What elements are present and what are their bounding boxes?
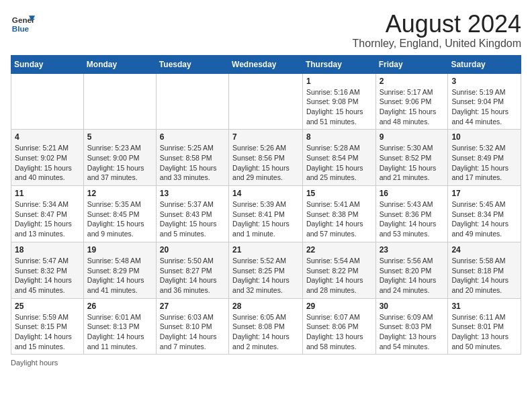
svg-text:Blue: Blue bbox=[12, 24, 30, 33]
calendar-cell: 26Sunrise: 6:01 AM Sunset: 8:13 PM Dayli… bbox=[83, 298, 156, 355]
day-of-week-header: Friday bbox=[375, 55, 448, 73]
day-number: 7 bbox=[232, 132, 299, 142]
calendar-header-row: SundayMondayTuesdayWednesdayThursdayFrid… bbox=[11, 55, 521, 73]
calendar-week-row: 1Sunrise: 5:16 AM Sunset: 9:08 PM Daylig… bbox=[11, 73, 521, 130]
day-info: Sunrise: 6:01 AM Sunset: 8:13 PM Dayligh… bbox=[87, 312, 152, 352]
day-number: 25 bbox=[15, 302, 80, 311]
calendar-table: SundayMondayTuesdayWednesdayThursdayFrid… bbox=[11, 55, 521, 355]
day-number: 28 bbox=[232, 302, 299, 311]
calendar-cell: 8Sunrise: 5:28 AM Sunset: 8:54 PM Daylig… bbox=[302, 130, 375, 186]
calendar-cell bbox=[11, 73, 84, 130]
calendar-cell: 2Sunrise: 5:17 AM Sunset: 9:06 PM Daylig… bbox=[375, 73, 448, 130]
day-info: Sunrise: 5:17 AM Sunset: 9:06 PM Dayligh… bbox=[380, 87, 445, 127]
calendar-cell: 6Sunrise: 5:25 AM Sunset: 8:58 PM Daylig… bbox=[156, 130, 228, 186]
day-info: Sunrise: 5:47 AM Sunset: 8:32 PM Dayligh… bbox=[15, 256, 80, 295]
day-number: 19 bbox=[87, 245, 152, 255]
calendar-cell: 10Sunrise: 5:32 AM Sunset: 8:49 PM Dayli… bbox=[448, 130, 521, 186]
day-info: Sunrise: 5:30 AM Sunset: 8:52 PM Dayligh… bbox=[380, 143, 445, 183]
title-block: August 2024 Thornley, England, United Ki… bbox=[353, 11, 521, 50]
day-info: Sunrise: 5:41 AM Sunset: 8:38 PM Dayligh… bbox=[306, 199, 372, 239]
calendar-cell: 11Sunrise: 5:34 AM Sunset: 8:47 PM Dayli… bbox=[11, 186, 84, 242]
calendar-cell: 28Sunrise: 6:05 AM Sunset: 8:08 PM Dayli… bbox=[229, 298, 303, 355]
day-number: 16 bbox=[380, 189, 445, 198]
day-info: Sunrise: 5:16 AM Sunset: 9:08 PM Dayligh… bbox=[306, 87, 372, 127]
calendar-cell: 31Sunrise: 6:11 AM Sunset: 8:01 PM Dayli… bbox=[448, 298, 521, 355]
day-number: 12 bbox=[87, 189, 152, 198]
day-info: Sunrise: 5:54 AM Sunset: 8:22 PM Dayligh… bbox=[306, 256, 372, 295]
day-number: 20 bbox=[160, 245, 225, 255]
day-info: Sunrise: 6:03 AM Sunset: 8:10 PM Dayligh… bbox=[160, 312, 225, 352]
calendar-cell: 27Sunrise: 6:03 AM Sunset: 8:10 PM Dayli… bbox=[156, 298, 228, 355]
day-number: 5 bbox=[87, 132, 152, 142]
day-number: 18 bbox=[15, 245, 80, 255]
day-info: Sunrise: 5:43 AM Sunset: 8:36 PM Dayligh… bbox=[380, 199, 445, 239]
day-number: 21 bbox=[232, 245, 299, 255]
day-info: Sunrise: 5:21 AM Sunset: 9:02 PM Dayligh… bbox=[15, 143, 80, 183]
calendar-cell: 16Sunrise: 5:43 AM Sunset: 8:36 PM Dayli… bbox=[375, 186, 448, 242]
day-info: Sunrise: 5:19 AM Sunset: 9:04 PM Dayligh… bbox=[451, 87, 517, 127]
calendar-cell: 23Sunrise: 5:56 AM Sunset: 8:20 PM Dayli… bbox=[375, 242, 448, 298]
calendar-cell: 22Sunrise: 5:54 AM Sunset: 8:22 PM Dayli… bbox=[302, 242, 375, 298]
day-info: Sunrise: 6:09 AM Sunset: 8:03 PM Dayligh… bbox=[380, 312, 445, 352]
day-info: Sunrise: 5:59 AM Sunset: 8:15 PM Dayligh… bbox=[15, 312, 80, 352]
calendar-cell bbox=[229, 73, 303, 130]
calendar-cell: 4Sunrise: 5:21 AM Sunset: 9:02 PM Daylig… bbox=[11, 130, 84, 186]
day-info: Sunrise: 5:28 AM Sunset: 8:54 PM Dayligh… bbox=[306, 143, 372, 183]
day-info: Sunrise: 5:25 AM Sunset: 8:58 PM Dayligh… bbox=[160, 143, 225, 183]
month-year-title: August 2024 bbox=[353, 11, 521, 38]
calendar-cell: 21Sunrise: 5:52 AM Sunset: 8:25 PM Dayli… bbox=[229, 242, 303, 298]
day-info: Sunrise: 6:11 AM Sunset: 8:01 PM Dayligh… bbox=[451, 312, 517, 352]
day-info: Sunrise: 5:34 AM Sunset: 8:47 PM Dayligh… bbox=[15, 199, 80, 239]
day-info: Sunrise: 5:23 AM Sunset: 9:00 PM Dayligh… bbox=[87, 143, 152, 183]
calendar-cell: 17Sunrise: 5:45 AM Sunset: 8:34 PM Dayli… bbox=[448, 186, 521, 242]
day-info: Sunrise: 5:56 AM Sunset: 8:20 PM Dayligh… bbox=[380, 256, 445, 295]
calendar-cell: 24Sunrise: 5:58 AM Sunset: 8:18 PM Dayli… bbox=[448, 242, 521, 298]
calendar-cell: 7Sunrise: 5:26 AM Sunset: 8:56 PM Daylig… bbox=[229, 130, 303, 186]
day-of-week-header: Thursday bbox=[302, 55, 375, 73]
calendar-cell: 18Sunrise: 5:47 AM Sunset: 8:32 PM Dayli… bbox=[11, 242, 84, 298]
day-number: 9 bbox=[380, 132, 445, 142]
day-number: 1 bbox=[306, 77, 372, 86]
day-info: Sunrise: 5:50 AM Sunset: 8:27 PM Dayligh… bbox=[160, 256, 225, 295]
day-info: Sunrise: 5:26 AM Sunset: 8:56 PM Dayligh… bbox=[232, 143, 299, 183]
day-number: 3 bbox=[451, 77, 517, 86]
day-number: 30 bbox=[380, 302, 445, 311]
day-number: 22 bbox=[306, 245, 372, 255]
day-info: Sunrise: 5:45 AM Sunset: 8:34 PM Dayligh… bbox=[451, 199, 517, 239]
logo: General Blue bbox=[11, 11, 35, 35]
day-number: 26 bbox=[87, 302, 152, 311]
day-number: 2 bbox=[380, 77, 445, 86]
day-of-week-header: Wednesday bbox=[229, 55, 303, 73]
calendar-cell: 25Sunrise: 5:59 AM Sunset: 8:15 PM Dayli… bbox=[11, 298, 84, 355]
day-info: Sunrise: 6:05 AM Sunset: 8:08 PM Dayligh… bbox=[232, 312, 299, 352]
calendar-cell: 1Sunrise: 5:16 AM Sunset: 9:08 PM Daylig… bbox=[302, 73, 375, 130]
calendar-cell: 30Sunrise: 6:09 AM Sunset: 8:03 PM Dayli… bbox=[375, 298, 448, 355]
day-number: 13 bbox=[160, 189, 225, 198]
calendar-week-row: 4Sunrise: 5:21 AM Sunset: 9:02 PM Daylig… bbox=[11, 130, 521, 186]
calendar-cell bbox=[156, 73, 228, 130]
footer-note: Daylight hours bbox=[11, 359, 521, 367]
calendar-cell: 13Sunrise: 5:37 AM Sunset: 8:43 PM Dayli… bbox=[156, 186, 228, 242]
calendar-cell: 9Sunrise: 5:30 AM Sunset: 8:52 PM Daylig… bbox=[375, 130, 448, 186]
page-header: General Blue August 2024 Thornley, Engla… bbox=[11, 11, 521, 50]
calendar-cell: 19Sunrise: 5:48 AM Sunset: 8:29 PM Dayli… bbox=[83, 242, 156, 298]
day-number: 15 bbox=[306, 189, 372, 198]
calendar-cell bbox=[83, 73, 156, 130]
calendar-cell: 20Sunrise: 5:50 AM Sunset: 8:27 PM Dayli… bbox=[156, 242, 228, 298]
day-info: Sunrise: 5:35 AM Sunset: 8:45 PM Dayligh… bbox=[87, 199, 152, 239]
day-of-week-header: Monday bbox=[83, 55, 156, 73]
calendar-week-row: 11Sunrise: 5:34 AM Sunset: 8:47 PM Dayli… bbox=[11, 186, 521, 242]
day-info: Sunrise: 5:52 AM Sunset: 8:25 PM Dayligh… bbox=[232, 256, 299, 295]
calendar-week-row: 25Sunrise: 5:59 AM Sunset: 8:15 PM Dayli… bbox=[11, 298, 521, 355]
day-of-week-header: Tuesday bbox=[156, 55, 228, 73]
location-subtitle: Thornley, England, United Kingdom bbox=[353, 38, 521, 50]
day-info: Sunrise: 5:58 AM Sunset: 8:18 PM Dayligh… bbox=[451, 256, 517, 295]
daylight-hours-label: Daylight hours bbox=[11, 359, 58, 367]
calendar-cell: 5Sunrise: 5:23 AM Sunset: 9:00 PM Daylig… bbox=[83, 130, 156, 186]
day-number: 14 bbox=[232, 189, 299, 198]
day-number: 29 bbox=[306, 302, 372, 311]
calendar-week-row: 18Sunrise: 5:47 AM Sunset: 8:32 PM Dayli… bbox=[11, 242, 521, 298]
calendar-cell: 29Sunrise: 6:07 AM Sunset: 8:06 PM Dayli… bbox=[302, 298, 375, 355]
calendar-cell: 12Sunrise: 5:35 AM Sunset: 8:45 PM Dayli… bbox=[83, 186, 156, 242]
day-number: 31 bbox=[451, 302, 517, 311]
